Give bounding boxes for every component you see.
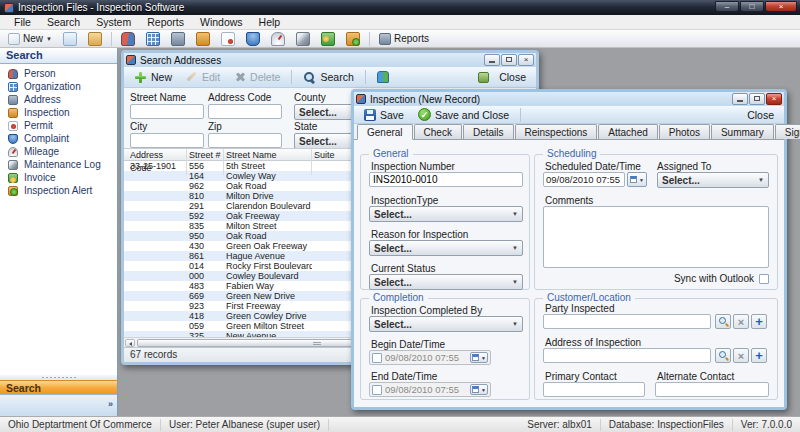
scroll-left-arrow[interactable]: [125, 339, 135, 347]
tab-reinspections[interactable]: Reinspections: [515, 124, 598, 139]
menu-item[interactable]: System: [88, 15, 139, 30]
calendar-picker-button[interactable]: ▼: [470, 352, 488, 363]
city-input[interactable]: [130, 133, 204, 148]
begin-datetime-field[interactable]: 09/08/2010 07:55 ▼: [369, 350, 491, 365]
sidebar-item-complaint[interactable]: Complaint: [0, 132, 117, 145]
sync-with-outlook-checkbox[interactable]: [759, 274, 769, 284]
tab-signature[interactable]: Signature: [775, 124, 800, 139]
organization-button[interactable]: [142, 31, 164, 47]
maintenance-button[interactable]: [292, 31, 314, 47]
sidebar-search-bar[interactable]: Search: [0, 380, 117, 394]
address-lookup-button[interactable]: [715, 348, 731, 363]
tab-photos[interactable]: Photos: [659, 124, 710, 139]
close-dialog-button[interactable]: Close: [741, 108, 780, 122]
maximize-button[interactable]: [749, 93, 765, 105]
assigned-to-dropdown[interactable]: Select... ▼: [657, 172, 769, 188]
new-button[interactable]: New ▼: [4, 32, 56, 46]
search-document-button[interactable]: [59, 31, 81, 47]
address-of-inspection-input[interactable]: [543, 348, 711, 363]
sidebar-item-maintenance-log[interactable]: Maintenance Log: [0, 158, 117, 171]
close-window-button[interactable]: Close: [493, 70, 532, 84]
calendar-picker-button[interactable]: ▼: [627, 172, 647, 187]
person-button[interactable]: [117, 31, 139, 47]
party-add-button[interactable]: +: [751, 314, 767, 329]
reason-dropdown[interactable]: Select... ▼: [369, 240, 523, 256]
new-record-button[interactable]: New: [128, 70, 178, 85]
sidebar-item-person[interactable]: Person: [0, 67, 117, 80]
search-window-titlebar[interactable]: Search Addresses ×: [124, 53, 536, 67]
inspection-type-dropdown[interactable]: Select... ▼: [369, 206, 523, 222]
close-button[interactable]: ×: [518, 54, 534, 66]
general-groupbox: General Inspection Number InspectionType…: [360, 154, 530, 290]
party-clear-button[interactable]: ×: [733, 314, 749, 329]
sidebar-item-mileage[interactable]: Mileage: [0, 145, 117, 158]
calendar-picker-button[interactable]: ▼: [470, 384, 488, 395]
zip-label: Zip: [208, 121, 222, 132]
minimize-button[interactable]: [484, 54, 500, 66]
save-button[interactable]: Save: [358, 108, 410, 122]
invoice-button[interactable]: [317, 31, 339, 47]
address-code-input[interactable]: [208, 104, 282, 119]
clipboard-import-button[interactable]: [84, 31, 106, 47]
tab-details[interactable]: Details: [463, 124, 514, 139]
search-button[interactable]: Search: [297, 70, 359, 85]
alternate-contact-input[interactable]: [655, 382, 769, 397]
sidebar-item-invoice[interactable]: Invoice: [0, 171, 117, 184]
sidebar-item-address[interactable]: Address: [0, 93, 117, 106]
inspection-alert-button[interactable]: [342, 31, 364, 47]
reports-button[interactable]: Reports: [375, 32, 433, 46]
sidebar-item-permit[interactable]: Permit: [0, 119, 117, 132]
zip-input[interactable]: [208, 133, 282, 148]
minimize-button[interactable]: [732, 93, 748, 105]
sidebar-item-organization[interactable]: Organization: [0, 80, 117, 93]
menu-item[interactable]: File: [6, 15, 39, 30]
grip-dots-icon: [41, 376, 77, 379]
menu-item[interactable]: Help: [251, 15, 289, 30]
sidebar-item-inspection-alert[interactable]: Inspection Alert: [0, 184, 117, 197]
street-name-input[interactable]: [130, 104, 204, 119]
mileage-button[interactable]: [267, 31, 289, 47]
address-button[interactable]: [167, 31, 189, 47]
maximize-button[interactable]: [501, 54, 517, 66]
maximize-button[interactable]: □: [740, 1, 764, 12]
end-datetime-checkbox[interactable]: [372, 385, 382, 395]
address-add-button[interactable]: +: [751, 348, 767, 363]
end-datetime-field[interactable]: 09/08/2010 07:55 ▼: [369, 382, 491, 397]
minimize-button[interactable]: –: [715, 1, 739, 12]
exit-icon: [478, 72, 489, 83]
inspection-button[interactable]: [192, 31, 214, 47]
inspection-number-input[interactable]: [369, 172, 523, 187]
comments-textarea[interactable]: [543, 206, 769, 268]
sidebar-item-inspection[interactable]: Inspection: [0, 106, 117, 119]
address-clear-button[interactable]: ×: [733, 348, 749, 363]
party-inspected-input[interactable]: [543, 314, 711, 329]
edit-record-button[interactable]: Edit: [180, 70, 226, 84]
current-status-dropdown[interactable]: Select... ▼: [369, 274, 523, 290]
save-and-close-button[interactable]: Save and Close: [412, 107, 515, 122]
tab-check-lists[interactable]: Check Lists: [414, 124, 462, 139]
close-button[interactable]: ×: [765, 1, 797, 12]
close-button[interactable]: ×: [766, 93, 782, 105]
begin-datetime-checkbox[interactable]: [372, 353, 382, 363]
reason-value: Select...: [374, 243, 412, 254]
toolbar-separator: [111, 32, 112, 46]
menu-item[interactable]: Reports: [139, 15, 192, 30]
primary-contact-input[interactable]: [543, 382, 645, 397]
permit-button[interactable]: [217, 31, 239, 47]
inspection-dialog: Inspection (New Record) × Save Save and …: [351, 89, 787, 410]
menu-item[interactable]: Windows: [192, 15, 251, 30]
department-status: Ohio Deptartment Of Commerce: [0, 419, 161, 431]
chevron-overflow-icon[interactable]: »: [108, 399, 113, 409]
delete-record-button[interactable]: Delete: [228, 70, 286, 84]
dialog-titlebar[interactable]: Inspection (New Record) ×: [354, 92, 784, 106]
people-lookup-button[interactable]: [371, 70, 395, 84]
cell-address-code: [128, 291, 187, 301]
tab-attached-files[interactable]: Attached Files: [598, 124, 657, 139]
menu-item[interactable]: Search: [39, 15, 88, 30]
complaint-button[interactable]: [242, 31, 264, 47]
tab-summary[interactable]: Summary: [711, 124, 774, 139]
tab-general[interactable]: General: [357, 124, 413, 140]
party-lookup-button[interactable]: [715, 314, 731, 329]
scheduled-datetime-field[interactable]: 09/08/2010 07:55: [543, 172, 625, 187]
completed-by-dropdown[interactable]: Select... ▼: [369, 316, 523, 332]
